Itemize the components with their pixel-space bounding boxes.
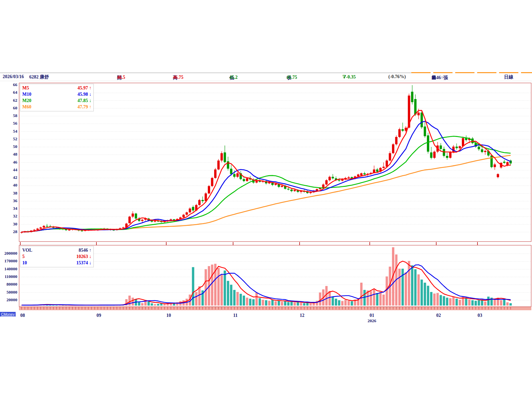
price-legend-row-m5: M545.97 ↑ bbox=[22, 85, 91, 91]
price-tick-label: 58 bbox=[1, 113, 17, 118]
price-tick-label: 28 bbox=[1, 229, 17, 234]
volume-tick-label: 20000 bbox=[1, 297, 17, 303]
price-tick-label: 54 bbox=[1, 129, 17, 134]
top-divider-orange-dashes bbox=[411, 72, 532, 73]
volume-ma-legend: VOL8546 ↑510263 ↓1015374 ↓ bbox=[20, 246, 94, 267]
x-axis-month-label: 08 bbox=[16, 313, 29, 318]
x-axis-month-label: 01 bbox=[365, 313, 379, 318]
price-tick-label: 52 bbox=[1, 136, 17, 142]
month-boundary-tick bbox=[96, 242, 97, 245]
volume-tick-label: 140000 bbox=[1, 266, 17, 272]
price-tick-label: 36 bbox=[1, 198, 17, 203]
price-tick-label: 50 bbox=[1, 144, 17, 149]
volume-tick-label: 170000 bbox=[1, 258, 17, 264]
month-boundary-tick bbox=[369, 242, 370, 245]
volume-legend-row-vol: VOL8546 ↑ bbox=[22, 247, 91, 253]
stock-chart-window: 2026/03/16 6282 康舒 開 46.5 高 46.75 低 45.2… bbox=[0, 0, 532, 399]
price-tick-label: 30 bbox=[1, 221, 17, 227]
month-boundary-tick bbox=[233, 242, 233, 245]
price-tick-label: 44 bbox=[1, 167, 17, 173]
stock-code-name: 6282 康舒 bbox=[29, 74, 49, 80]
quote-date: 2026/03/16 bbox=[3, 74, 24, 79]
price-tick-label: 60 bbox=[1, 105, 17, 111]
x-axis-month-label: 02 bbox=[432, 313, 445, 318]
low-value: 45.2 bbox=[229, 75, 238, 80]
price-legend-row-m60: M6047.79 ↑ bbox=[22, 104, 91, 110]
volume-value: 8546↑張 bbox=[432, 75, 448, 81]
volume-legend-row-5: 510263 ↓ bbox=[22, 253, 91, 260]
change-value: ∇-0.35 bbox=[342, 74, 356, 80]
volume-chart bbox=[19, 245, 531, 307]
month-boundary-tick bbox=[299, 242, 300, 245]
month-boundary-tick bbox=[477, 242, 478, 245]
month-boundary-tick bbox=[20, 242, 21, 245]
price-ma5-line bbox=[22, 110, 511, 232]
volume-pane[interactable]: VOL8546 ↑510263 ↓1015374 ↓ bbox=[19, 245, 531, 307]
x-axis-month-label: 09 bbox=[92, 313, 105, 318]
volume-tick-label: 80000 bbox=[1, 282, 17, 287]
x-axis-month-label: 10 bbox=[162, 313, 175, 318]
price-tick-label: 38 bbox=[1, 191, 17, 196]
period-label: 日線 bbox=[504, 74, 513, 80]
price-tick-label: 56 bbox=[1, 121, 17, 126]
price-tick-label: 40 bbox=[1, 183, 17, 188]
month-boundary-tick bbox=[436, 242, 437, 245]
high-value: 46.75 bbox=[173, 75, 184, 80]
candlestick-chart bbox=[19, 83, 531, 241]
volume-tick-label: 200000 bbox=[1, 251, 17, 256]
x-axis-tick-ruler bbox=[19, 307, 531, 310]
price-legend-row-m10: M1045.98 ↓ bbox=[22, 91, 91, 97]
price-tick-label: 66 bbox=[1, 82, 17, 87]
x-axis-month-label: 12 bbox=[295, 313, 309, 318]
price-ma-legend: M545.97 ↑M1045.98 ↓M2047.85 ↓M6047.79 ↑ bbox=[20, 84, 94, 111]
month-boundary-tick bbox=[166, 242, 167, 245]
volume-legend-row-10: 1015374 ↓ bbox=[22, 260, 91, 266]
change-percent: (-0.76%) bbox=[388, 74, 406, 79]
pane-divider-strip bbox=[19, 242, 531, 245]
price-tick-label: 48 bbox=[1, 152, 17, 157]
price-ma10-line bbox=[22, 121, 511, 232]
price-legend-row-m20: M2047.85 ↓ bbox=[22, 97, 91, 104]
quote-header: 2026/03/16 6282 康舒 開 46.5 高 46.75 低 45.2… bbox=[0, 73, 532, 81]
cmoney-watermark-link[interactable]: CMoney bbox=[0, 312, 16, 317]
volume-tick-label: 50000 bbox=[1, 290, 17, 295]
volume-tick-label: 110000 bbox=[1, 274, 17, 279]
price-pane[interactable]: M545.97 ↑M1045.98 ↓M2047.85 ↓M6047.79 ↑ bbox=[19, 83, 531, 242]
price-ma60-line bbox=[22, 155, 511, 232]
price-tick-label: 64 bbox=[1, 90, 17, 95]
price-tick-label: 42 bbox=[1, 175, 17, 180]
price-tick-label: 46 bbox=[1, 160, 17, 165]
close-value: 45.75 bbox=[287, 75, 297, 80]
price-tick-label: 32 bbox=[1, 213, 17, 219]
open-value: 46.5 bbox=[117, 75, 125, 80]
price-tick-label: 62 bbox=[1, 98, 17, 103]
x-axis-month-label: 11 bbox=[229, 313, 242, 318]
x-axis-month-label: 03 bbox=[473, 313, 486, 318]
x-axis-year-label: 2026 bbox=[362, 318, 382, 324]
top-divider-line bbox=[0, 72, 411, 73]
price-tick-label: 34 bbox=[1, 206, 17, 211]
